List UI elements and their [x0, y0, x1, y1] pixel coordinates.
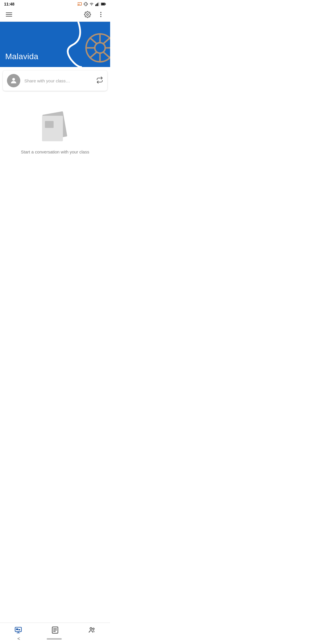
empty-state-illustration [39, 112, 71, 144]
user-avatar [7, 74, 20, 87]
menu-line-1 [6, 12, 12, 13]
class-banner: Malavida [0, 22, 110, 67]
svg-rect-7 [95, 4, 96, 6]
svg-point-17 [100, 16, 101, 17]
empty-state: Start a conversation with your class [0, 94, 110, 166]
gear-icon [84, 11, 91, 18]
doc-front [42, 116, 63, 141]
svg-line-25 [103, 52, 110, 58]
svg-rect-10 [99, 2, 99, 6]
status-bar: 11:48 [0, 0, 110, 8]
svg-point-14 [87, 14, 88, 15]
repost-icon[interactable] [96, 77, 103, 85]
app-bar [0, 8, 110, 22]
svg-point-28 [12, 78, 15, 81]
svg-rect-12 [105, 3, 106, 5]
svg-point-16 [100, 14, 101, 15]
share-placeholder[interactable]: Share with your class… [24, 78, 92, 83]
vibrate-icon [84, 2, 88, 6]
signal-icon [95, 2, 99, 6]
battery-icon [101, 2, 106, 6]
svg-rect-9 [97, 3, 98, 6]
status-icons [78, 2, 106, 6]
svg-point-15 [100, 12, 101, 13]
svg-rect-0 [78, 3, 81, 5]
more-options-button[interactable] [96, 10, 105, 19]
class-name: Malavida [5, 52, 38, 61]
wifi-icon [89, 2, 94, 6]
svg-rect-2 [85, 2, 87, 6]
more-dots-icon [97, 11, 104, 18]
svg-line-24 [90, 38, 97, 44]
status-time: 11:48 [4, 2, 14, 6]
share-card[interactable]: Share with your class… [3, 70, 107, 91]
menu-line-3 [6, 16, 12, 17]
settings-button[interactable] [83, 10, 92, 19]
svg-line-26 [103, 38, 110, 44]
app-bar-actions [83, 10, 105, 19]
svg-line-27 [90, 52, 97, 58]
empty-state-message: Start a conversation with your class [21, 149, 89, 154]
svg-rect-13 [101, 3, 105, 5]
menu-line-2 [6, 14, 12, 15]
content-area: Share with your class… Start a conversat… [0, 70, 110, 204]
hamburger-menu[interactable] [5, 11, 13, 18]
svg-rect-8 [97, 4, 97, 6]
cast-icon [78, 2, 82, 6]
banner-decoration [55, 22, 110, 67]
